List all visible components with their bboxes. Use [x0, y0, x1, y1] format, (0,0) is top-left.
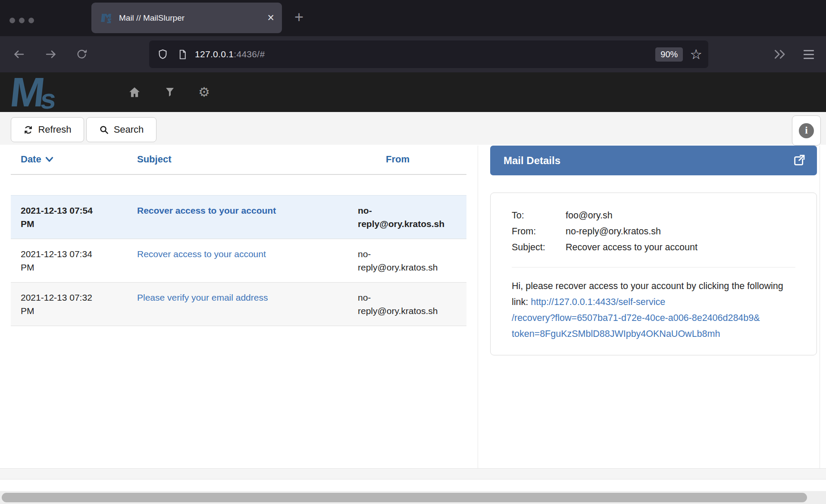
mail-row[interactable]: 2021-12-13 07:34 PM Recover access to yo… [11, 239, 466, 283]
toolbar-right-group [773, 36, 826, 72]
open-external-button[interactable] [792, 154, 806, 168]
subject-value: Recover access to your account [566, 240, 698, 255]
mail-date: 2021-12-13 07:32 PM [11, 291, 131, 317]
recovery-link[interactable]: http://127.0.0.1:4433/self-service/recov… [512, 297, 795, 342]
page-info-icon[interactable] [177, 49, 188, 60]
sort-descending-chevron-icon [45, 156, 53, 162]
browser-tabstrip: Mail // MailSlurper × + [0, 0, 826, 36]
refresh-label: Refresh [38, 124, 71, 135]
window-dot-icon[interactable] [9, 18, 15, 23]
field-to: To: foo@ory.sh [512, 208, 795, 224]
new-tab-button[interactable]: + [294, 9, 303, 25]
url-bar[interactable]: 127.0.0.1:4436/# 90% ☆ [149, 40, 708, 68]
info-icon: i [799, 123, 814, 138]
zoom-level-badge[interactable]: 90% [655, 47, 683, 62]
mail-from: no-reply@ory.kratos.sh [352, 247, 451, 274]
mailslurper-logo: M s [8, 72, 103, 113]
shield-icon[interactable] [157, 49, 169, 60]
field-subject: Subject: Recover access to your account [512, 240, 795, 255]
filter-icon[interactable] [165, 87, 175, 98]
mail-from: no-reply@ory.kratos.sh [352, 291, 451, 317]
search-icon [99, 125, 109, 135]
mail-subject-link[interactable]: Recover access to your account [137, 249, 266, 259]
mail-list: 2021-12-13 07:54 PM Recover access to yo… [11, 195, 466, 326]
action-strip: Refresh Search i [0, 112, 826, 145]
mail-details-header: Mail Details [490, 146, 817, 175]
mail-row[interactable]: 2021-12-13 07:32 PM Please verify your e… [11, 283, 466, 326]
mail-body: Hi, please recover access to your accoun… [512, 278, 795, 342]
field-from: From: no-reply@ory.kratos.sh [512, 224, 795, 240]
to-value: foo@ory.sh [566, 208, 613, 224]
bottom-band [0, 468, 826, 479]
to-label: To: [512, 208, 566, 224]
search-label: Search [114, 124, 144, 135]
tab-close-button[interactable]: × [267, 12, 274, 24]
forward-button[interactable] [41, 45, 60, 64]
app-menu-button[interactable] [804, 50, 814, 59]
back-arrow-icon [13, 48, 25, 61]
mail-date: 2021-12-13 07:34 PM [11, 247, 131, 274]
horizontal-scrollbar[interactable] [0, 491, 826, 504]
browser-toolbar: 127.0.0.1:4436/# 90% ☆ [0, 36, 826, 72]
mail-list-header: Date Subject From [11, 145, 466, 175]
subject-label: Subject: [512, 240, 566, 255]
navbar-icons: ⚙ [128, 86, 210, 99]
date-header-label: Date [21, 154, 41, 165]
search-button[interactable]: Search [86, 117, 156, 142]
column-header-date[interactable]: Date [11, 154, 131, 165]
from-label: From: [512, 224, 566, 240]
window-controls[interactable] [9, 18, 34, 23]
mail-details-card: To: foo@ory.sh From: no-reply@ory.kratos… [490, 193, 817, 355]
browser-tab-mailslurper[interactable]: Mail // MailSlurper × [91, 3, 282, 33]
back-button[interactable] [9, 45, 28, 64]
mailslurper-navbar: M s ⚙ [0, 72, 826, 112]
reload-icon [75, 48, 88, 61]
reload-button[interactable] [72, 45, 91, 64]
url-suffix: :4436/# [234, 49, 265, 59]
column-header-subject[interactable]: Subject [131, 154, 352, 165]
right-edge-divider [820, 146, 820, 479]
url-text[interactable]: 127.0.0.1:4436/# [195, 49, 655, 59]
horizontal-scrollbar-thumb[interactable] [2, 493, 807, 502]
window-dot-icon[interactable] [28, 18, 34, 23]
from-value: no-reply@ory.kratos.sh [566, 224, 661, 240]
mailslurper-favicon [101, 12, 113, 24]
home-icon[interactable] [128, 86, 141, 99]
refresh-icon [23, 125, 33, 135]
external-link-icon [792, 154, 806, 168]
info-button[interactable]: i [792, 115, 821, 146]
window-dot-icon[interactable] [19, 18, 25, 23]
logo-letter-s: s [39, 85, 57, 113]
mail-row[interactable]: 2021-12-13 07:54 PM Recover access to yo… [11, 195, 466, 239]
mail-from: no-reply@ory.kratos.sh [352, 204, 451, 230]
bookmark-star-icon[interactable]: ☆ [690, 47, 702, 61]
settings-gear-icon[interactable]: ⚙ [198, 86, 210, 99]
forward-arrow-icon [44, 48, 57, 61]
url-host: 127.0.0.1 [195, 49, 234, 59]
card-divider [512, 267, 795, 268]
mail-subject-link[interactable]: Please verify your email address [137, 292, 268, 302]
mail-details-title: Mail Details [504, 155, 792, 167]
mail-date: 2021-12-13 07:54 PM [11, 204, 131, 230]
refresh-button[interactable]: Refresh [11, 117, 84, 142]
mail-subject-link[interactable]: Recover access to your account [137, 205, 276, 215]
panel-divider [478, 146, 478, 479]
tab-title: Mail // MailSlurper [119, 13, 267, 23]
browser-window: Mail // MailSlurper × + [0, 0, 826, 504]
column-header-from[interactable]: From [352, 154, 451, 165]
overflow-chevrons-icon[interactable] [773, 48, 786, 61]
